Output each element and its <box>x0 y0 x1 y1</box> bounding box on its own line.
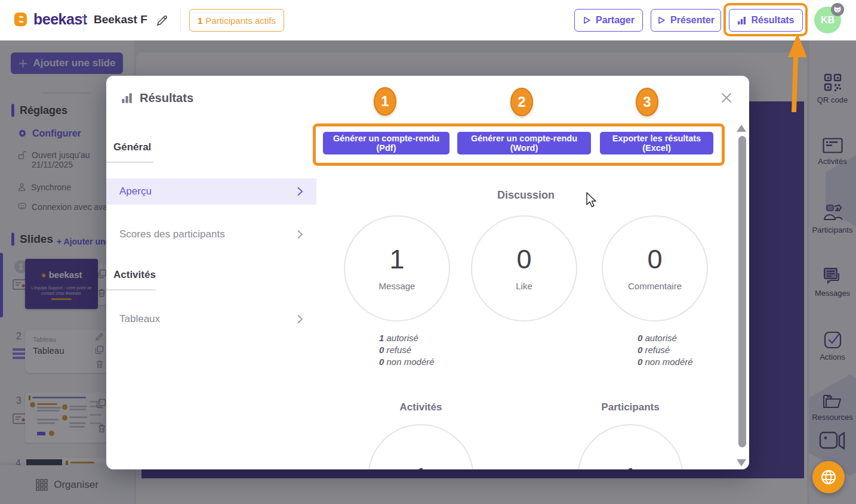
beekast-app: beekast Beekast F 1 Participants actifs … <box>0 0 856 504</box>
message-moderation-details: 1 autorisé 0 refusé 0 non modéré <box>379 332 435 368</box>
detail-line: 0 non modéré <box>638 356 693 368</box>
export-excel-button[interactable]: Exporter les résultats (Excel) <box>600 132 713 154</box>
close-icon[interactable] <box>719 90 734 106</box>
session-title: Beekast F <box>94 13 147 26</box>
like-label: Like <box>516 281 532 291</box>
nav-item-tables[interactable]: Tableaux <box>106 306 316 332</box>
detail-line: 0 refusé <box>379 344 435 356</box>
activities-section-title: Activités <box>361 401 481 413</box>
play-icon <box>583 16 591 24</box>
detail-line: 0 non modéré <box>379 356 435 368</box>
cat-icon <box>833 6 842 14</box>
detail-line: 0 refusé <box>638 344 693 356</box>
edit-title-icon[interactable] <box>156 14 168 27</box>
scroll-down-arrow[interactable] <box>737 459 746 466</box>
message-count: 1 <box>389 246 404 273</box>
scroll-up-arrow[interactable] <box>737 125 746 132</box>
scrollbar-thumb[interactable] <box>738 136 746 447</box>
header-divider <box>180 8 181 32</box>
comment-stat-circle: 0 Commentaire <box>602 215 708 321</box>
participants-label: Participants actifs <box>205 16 276 26</box>
nav-item-overview[interactable]: Aperçu <box>106 178 316 205</box>
comment-count: 0 <box>647 246 662 273</box>
participants-stat-circle: 1 <box>577 424 683 469</box>
like-count: 0 <box>516 246 531 273</box>
avatar-initials: KB <box>821 15 835 26</box>
tutorial-arrow-up <box>782 30 812 116</box>
globe-icon <box>820 468 837 486</box>
chevron-right-icon <box>297 187 303 196</box>
nav-underline <box>106 289 156 290</box>
present-button[interactable]: Présenter <box>651 9 721 32</box>
nav-underline <box>106 162 153 163</box>
nav-heading-general: Général <box>113 141 151 153</box>
discussion-title: Discussion <box>466 189 586 202</box>
detail-line: 0 autorisé <box>638 332 693 344</box>
activities-count: 1 <box>413 464 428 470</box>
message-stat-circle: 1 Message <box>344 215 450 321</box>
nav-heading-activities: Activités <box>113 269 156 281</box>
participants-count: 1 <box>198 16 202 26</box>
active-participants-badge[interactable]: 1 Participants actifs <box>189 9 284 32</box>
share-label: Partager <box>596 15 635 26</box>
results-modal: Résultats Général Aperçu Scores des part… <box>106 76 749 469</box>
detail-line: 1 autorisé <box>379 332 435 344</box>
message-label: Message <box>379 281 415 291</box>
bar-chart-icon <box>121 92 133 104</box>
help-globe-button[interactable] <box>812 461 845 493</box>
chevron-right-icon <box>297 230 303 239</box>
activities-stat-circle: 1 <box>368 424 474 469</box>
like-stat-circle: 0 Like <box>471 215 577 321</box>
modal-title: Résultats <box>121 91 193 105</box>
avatar-status-badge <box>831 3 844 16</box>
step-3-marker: 3 <box>636 88 658 116</box>
chevron-right-icon <box>297 314 303 324</box>
export-pdf-button[interactable]: Générer un compte-rendu (Pdf) <box>323 132 449 154</box>
beekast-logo-icon <box>13 11 29 27</box>
share-button[interactable]: Partager <box>574 9 643 32</box>
comment-label: Commentaire <box>628 281 682 291</box>
export-word-button[interactable]: Générer un compte-rendu (Word) <box>457 132 591 154</box>
brand-name: beekast <box>33 11 87 28</box>
step-2-marker: 2 <box>510 88 533 116</box>
beekast-logo[interactable]: beekast <box>13 11 87 28</box>
mouse-cursor <box>585 192 599 208</box>
step-1-marker: 1 <box>374 87 396 116</box>
participants-count: 1 <box>623 464 638 470</box>
participants-section-title: Participants <box>571 401 690 413</box>
comment-moderation-details: 0 autorisé 0 refusé 0 non modéré <box>638 332 693 368</box>
nav-item-scores[interactable]: Scores des participants <box>106 221 316 248</box>
play-icon <box>657 16 666 24</box>
header-divider <box>84 8 84 32</box>
present-label: Présenter <box>670 15 715 26</box>
